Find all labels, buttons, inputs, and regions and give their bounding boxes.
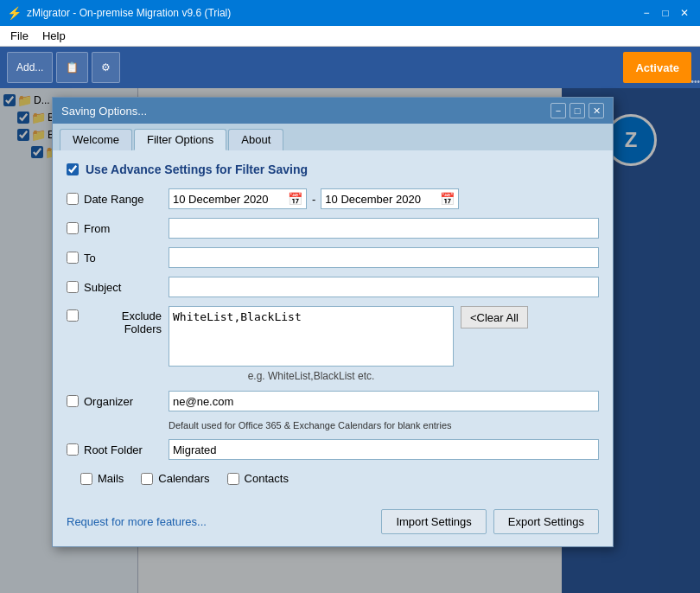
- exclude-folders-textarea[interactable]: WhiteList,BlackList: [169, 306, 454, 367]
- menu-help[interactable]: Help: [35, 28, 73, 44]
- date-range-checkbox[interactable]: [67, 193, 79, 205]
- calendars-checkbox[interactable]: [141, 473, 153, 485]
- calendar-icon: 📅: [288, 192, 302, 206]
- root-folder-label-text: Root Folder: [84, 443, 143, 456]
- to-label: To: [67, 252, 162, 265]
- saving-options-dialog: Saving Options... − □ ✕ Welcome Filter O…: [52, 97, 614, 547]
- organizer-input[interactable]: [169, 391, 599, 411]
- dialog-overlay: Saving Options... − □ ✕ Welcome Filter O…: [0, 88, 700, 593]
- organizer-default-note: Default used for Office 365 & Exchange C…: [169, 420, 599, 430]
- menu-bar: File Help: [0, 26, 700, 47]
- root-folder-row: Root Folder: [67, 439, 599, 460]
- toolbar: Add... 📋 ⚙ Activate •••: [0, 47, 700, 88]
- window-controls: − □ ✕: [638, 4, 693, 22]
- root-folder-checkbox[interactable]: [67, 443, 79, 456]
- dialog-tabs: Welcome Filter Options About: [53, 124, 613, 150]
- dialog-title-bar: Saving Options... − □ ✕: [53, 98, 613, 124]
- exclude-folders-row: Exclude Folders WhiteList,BlackList <Cle…: [67, 306, 599, 367]
- title-bar: ⚡ zMigrator - On-premise Migration v9.6 …: [0, 0, 700, 26]
- exclude-folders-label-text: Exclude Folders: [84, 309, 162, 335]
- mails-checkbox[interactable]: [80, 473, 92, 485]
- dialog-title: Saving Options...: [61, 105, 147, 118]
- from-label-text: From: [84, 222, 110, 235]
- dialog-footer: Request for more features... Import Sett…: [53, 509, 613, 546]
- date-to-value: 10 December 2020: [325, 193, 421, 206]
- date-from-select[interactable]: 10 December 2020 📅: [169, 188, 307, 209]
- date-to-select[interactable]: 10 December 2020 📅: [321, 188, 459, 209]
- subject-label: Subject: [67, 281, 162, 294]
- subject-row: Subject: [67, 277, 599, 297]
- menu-file[interactable]: File: [3, 28, 35, 44]
- tab-welcome[interactable]: Welcome: [60, 129, 132, 150]
- to-checkbox[interactable]: [67, 252, 79, 264]
- add-button[interactable]: Add...: [7, 52, 53, 83]
- footer-buttons: Import Settings Export Settings: [381, 509, 599, 534]
- mails-label[interactable]: Mails: [80, 472, 124, 485]
- toolbar-btn-2[interactable]: 📋: [56, 52, 88, 83]
- app-icon: ⚡: [7, 6, 22, 20]
- subject-input[interactable]: [169, 277, 599, 297]
- calendars-label[interactable]: Calendars: [141, 472, 209, 485]
- toolbar-btn-3[interactable]: ⚙: [92, 52, 120, 83]
- advance-settings-label: Use Advance Settings for Filter Saving: [86, 163, 308, 176]
- calendar-icon-2: 📅: [440, 192, 455, 206]
- subject-checkbox[interactable]: [67, 281, 79, 293]
- import-settings-button[interactable]: Import Settings: [381, 509, 486, 534]
- dialog-maximize-button[interactable]: □: [570, 103, 585, 118]
- date-range-label-text: Date Range: [84, 193, 143, 206]
- clear-all-button[interactable]: <Clear All: [461, 306, 528, 328]
- tab-filter-options[interactable]: Filter Options: [134, 129, 226, 150]
- mails-text: Mails: [98, 472, 124, 485]
- date-dash: -: [312, 193, 315, 206]
- from-input[interactable]: [169, 218, 599, 239]
- from-label: From: [67, 222, 162, 235]
- date-from-value: 10 December 2020: [173, 193, 269, 206]
- activate-button[interactable]: Activate: [623, 52, 691, 83]
- to-label-text: To: [84, 252, 96, 265]
- subject-label-text: Subject: [84, 281, 121, 294]
- organizer-label: Organizer: [67, 395, 162, 408]
- organizer-checkbox[interactable]: [67, 395, 79, 407]
- exclude-folders-checkbox[interactable]: [67, 309, 79, 322]
- date-range-label: Date Range: [67, 193, 162, 206]
- to-input[interactable]: [169, 247, 599, 268]
- exclude-folders-label: Exclude Folders: [67, 306, 162, 335]
- exclude-folders-hint: e.g. WhiteList,BlackList etc.: [169, 370, 454, 382]
- date-range-row: Date Range 10 December 2020 📅 - 10 Decem…: [67, 188, 599, 209]
- contacts-text: Contacts: [245, 472, 289, 485]
- contacts-label[interactable]: Contacts: [227, 472, 289, 485]
- dialog-body: Use Advance Settings for Filter Saving D…: [53, 150, 613, 509]
- root-folder-label: Root Folder: [67, 443, 162, 456]
- toolbar-ellipsis: •••: [690, 77, 700, 86]
- from-checkbox[interactable]: [67, 222, 79, 234]
- dialog-controls: − □ ✕: [550, 103, 604, 118]
- calendars-text: Calendars: [158, 472, 209, 485]
- bottom-checkboxes: Mails Calendars Contacts: [80, 472, 599, 485]
- close-button[interactable]: ✕: [676, 4, 693, 22]
- app-title: zMigrator - On-premise Migration v9.6 (T…: [27, 7, 231, 19]
- export-settings-button[interactable]: Export Settings: [493, 509, 599, 534]
- advance-settings-checkbox[interactable]: [67, 163, 79, 175]
- organizer-row: Organizer: [67, 391, 599, 411]
- dialog-close-button[interactable]: ✕: [589, 103, 604, 118]
- root-folder-input[interactable]: [169, 439, 599, 460]
- date-range-inputs: 10 December 2020 📅 - 10 December 2020 📅: [169, 188, 599, 209]
- request-link[interactable]: Request for more features...: [67, 515, 207, 528]
- minimize-button[interactable]: −: [638, 4, 655, 22]
- to-row: To: [67, 247, 599, 268]
- main-area: 📁 D... 📁 BOO 📁 Budg 📁 Offi Date Tim Subj…: [0, 88, 700, 593]
- organizer-label-text: Organizer: [84, 395, 133, 408]
- contacts-checkbox[interactable]: [227, 473, 239, 485]
- advance-settings-row: Use Advance Settings for Filter Saving: [67, 163, 599, 176]
- dialog-minimize-button[interactable]: −: [550, 103, 566, 118]
- tab-about[interactable]: About: [228, 129, 283, 150]
- from-row: From: [67, 218, 599, 239]
- maximize-button[interactable]: □: [657, 4, 674, 22]
